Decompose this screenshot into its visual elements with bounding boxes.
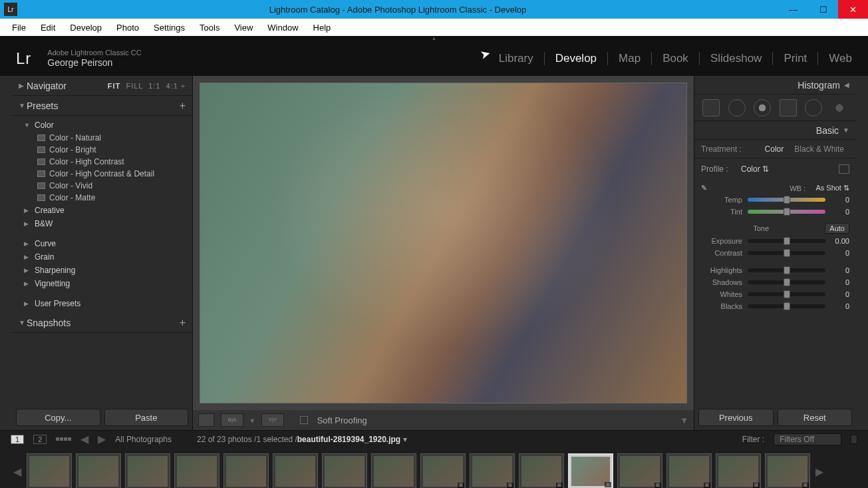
slider-tint[interactable]: Tint0 (694, 206, 856, 218)
treatment-color[interactable]: Color (760, 144, 790, 154)
reset-button[interactable]: Reset (778, 409, 853, 426)
image-viewport[interactable] (193, 76, 694, 410)
thumbnail[interactable]: ⊞ (568, 453, 613, 488)
crop-tool[interactable] (702, 99, 720, 117)
graduated-filter-tool[interactable] (780, 99, 797, 117)
preset-group[interactable]: ▶Sharpening (24, 264, 192, 277)
profile-value[interactable]: Color ⇅ (741, 164, 769, 174)
menu-develop[interactable]: Develop (63, 21, 108, 34)
slider-blacks[interactable]: Blacks0 (694, 300, 856, 312)
slider-shadows[interactable]: Shadows0 (694, 276, 856, 288)
next-arrow-icon[interactable]: ▶ (98, 433, 106, 445)
prev-arrow-icon[interactable]: ◀ (80, 433, 88, 445)
previous-button[interactable]: Previous (698, 409, 774, 426)
filmstrip-right-arrow[interactable]: ▶ (814, 465, 825, 478)
menu-edit[interactable]: Edit (34, 21, 62, 34)
snapshots-panel-header[interactable]: ▼ Snapshots + (12, 313, 192, 333)
menu-tools[interactable]: Tools (193, 21, 226, 34)
thumbnail[interactable] (27, 453, 72, 488)
brush-tool[interactable] (831, 99, 848, 117)
preset-item[interactable]: Color - Natural (24, 132, 192, 144)
close-button[interactable]: ✕ (838, 0, 868, 19)
auto-tone-button[interactable]: Auto (825, 223, 849, 234)
compare-yy-button[interactable]: Y|Y (261, 413, 284, 427)
radial-filter-tool[interactable] (805, 99, 822, 117)
presets-panel-header[interactable]: ▼ Presets + (12, 96, 192, 116)
slider-temp[interactable]: Temp0 (694, 194, 856, 206)
preset-item[interactable]: Color - High Contrast & Detail (24, 168, 192, 180)
thumbnail[interactable]: ⊞ (666, 453, 712, 488)
filmstrip-path[interactable]: 22 of 23 photos /1 selected /beautiful-2… (197, 435, 407, 444)
chevron-down-icon[interactable]: ▼ (680, 415, 688, 425)
thumbnail[interactable] (322, 453, 367, 488)
thumbnail[interactable] (371, 453, 416, 488)
navigator-fit-options[interactable]: FIT FILL 1:1 4:1 ÷ (108, 82, 186, 90)
grid-icon[interactable] (56, 437, 71, 441)
slider-contrast[interactable]: Contrast0 (694, 247, 856, 259)
add-snapshot-button[interactable]: + (180, 317, 186, 329)
monitor-1-button[interactable]: 1 (11, 435, 24, 444)
histogram-panel-header[interactable]: Histogram ◀ (694, 76, 856, 95)
source-label[interactable]: All Photographs (115, 435, 172, 444)
thumbnail[interactable] (174, 453, 219, 488)
thumbnail[interactable]: ⊞ (617, 453, 662, 488)
thumbnail[interactable] (125, 453, 170, 488)
monitor-2-button[interactable]: 2 (33, 435, 47, 444)
preset-group[interactable]: ▶B&W (24, 217, 192, 230)
loupe-view-button[interactable] (198, 413, 214, 427)
preset-group[interactable]: ▶Creative (24, 204, 192, 217)
wb-value[interactable]: As Shot ⇅ (809, 184, 849, 192)
module-develop[interactable]: Develop (545, 52, 608, 65)
module-map[interactable]: Map (608, 52, 652, 65)
copy-button[interactable]: Copy... (16, 409, 100, 426)
profile-browser-button[interactable] (839, 164, 849, 174)
preset-group[interactable]: ▼Color (24, 119, 192, 132)
collapse-top-icon[interactable]: ▲ (0, 36, 868, 41)
soft-proofing-checkbox[interactable] (300, 416, 308, 424)
before-after-button[interactable]: B|A (221, 413, 243, 427)
thumbnail[interactable] (273, 453, 318, 488)
thumbnail[interactable]: ⊞ (470, 453, 515, 488)
filter-dropdown[interactable]: Filters Off (774, 433, 841, 445)
preset-item[interactable]: Color - Vivid (24, 180, 192, 192)
menu-view[interactable]: View (227, 21, 259, 34)
module-library[interactable]: Library (488, 52, 545, 65)
spot-removal-tool[interactable] (728, 99, 746, 117)
menu-settings[interactable]: Settings (147, 21, 192, 34)
slider-exposure[interactable]: Exposure0.00 (694, 235, 856, 247)
maximize-button[interactable]: ☐ (808, 0, 838, 19)
menu-photo[interactable]: Photo (110, 21, 146, 34)
eyedropper-icon[interactable]: ✎ (701, 184, 713, 192)
filter-lock-icon[interactable] (851, 435, 857, 444)
preset-group[interactable]: ▶Vignetting (24, 277, 192, 290)
menu-window[interactable]: Window (261, 21, 305, 34)
preset-item[interactable]: Color - High Contrast (24, 156, 192, 168)
navigator-panel-header[interactable]: ▶ Navigator FIT FILL 1:1 4:1 ÷ (12, 76, 192, 96)
menu-help[interactable]: Help (307, 21, 338, 34)
preset-group[interactable]: ▶User Presets (24, 297, 192, 310)
preset-item[interactable]: Color - Bright (24, 144, 192, 156)
module-book[interactable]: Book (652, 52, 700, 65)
filmstrip-left-arrow[interactable]: ◀ (12, 465, 23, 478)
preset-group[interactable]: ▶Grain (24, 250, 192, 264)
module-slideshow[interactable]: Slideshow (700, 52, 774, 65)
add-preset-button[interactable]: + (180, 100, 186, 112)
thumbnail[interactable]: ⊞ (519, 453, 564, 488)
menu-file[interactable]: File (5, 21, 33, 34)
thumbnail[interactable] (76, 453, 121, 488)
redeye-tool[interactable] (754, 99, 771, 117)
thumbnail[interactable]: ★★★★⊞ (420, 453, 466, 488)
slider-highlights[interactable]: Highlights0 (694, 264, 856, 276)
thumbnail[interactable]: ⊞ (716, 453, 761, 488)
slider-whites[interactable]: Whites0 (694, 288, 856, 300)
treatment-bw[interactable]: Black & White (789, 144, 849, 154)
module-web[interactable]: Web (818, 52, 852, 65)
thumbnail[interactable] (223, 453, 269, 488)
basic-panel-header[interactable]: Basic ▼ (694, 121, 856, 140)
paste-button[interactable]: Paste (104, 409, 189, 426)
thumbnail[interactable]: ⊞ (765, 453, 810, 488)
preset-group[interactable]: ▶Curve (24, 237, 192, 250)
preset-item[interactable]: Color - Matte (24, 192, 192, 204)
module-print[interactable]: Print (773, 52, 818, 65)
minimize-button[interactable]: — (778, 0, 808, 19)
